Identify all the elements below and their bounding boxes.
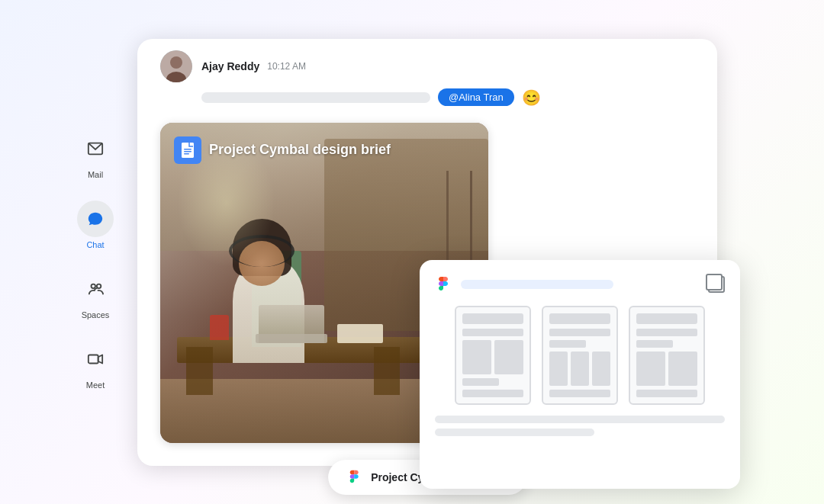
meet-icon (87, 351, 104, 368)
spaces-icon (87, 281, 104, 297)
figma-logo-icon (435, 275, 453, 294)
chat-label: Chat (86, 240, 104, 249)
avatar (160, 50, 192, 82)
spaces-icon-wrap (77, 271, 114, 307)
figma-preview-card[interactable] (420, 260, 740, 489)
sidebar-item-chat[interactable]: Chat (77, 201, 114, 249)
figma-label-logo-icon (346, 469, 363, 486)
svg-rect-11 (184, 153, 189, 155)
emoji: 😊 (522, 88, 541, 107)
wf-header-3 (636, 313, 697, 324)
wf-col-2 (494, 340, 523, 374)
figma-url-bar (461, 280, 613, 289)
wf-header-2 (549, 313, 610, 324)
spaces-label: Spaces (82, 310, 110, 319)
wf-header-1 (462, 313, 523, 324)
svg-rect-8 (182, 143, 194, 158)
svg-point-5 (170, 56, 182, 69)
svg-rect-9 (184, 149, 192, 150)
wf-row-8 (636, 340, 673, 348)
figma-bottom-lines (435, 416, 725, 436)
wf-split-3 (636, 352, 697, 386)
wf-body-2 (549, 329, 610, 397)
mug (210, 315, 230, 341)
message-text-bar (201, 92, 430, 103)
mail-icon-wrap (77, 130, 114, 167)
svg-rect-3 (89, 355, 98, 363)
wf-split-2 (549, 352, 610, 386)
chat-icon-wrap (77, 201, 114, 237)
wf-col-1 (462, 340, 491, 374)
fbl-row-2 (435, 429, 594, 436)
wf-col-5 (592, 352, 610, 386)
wireframe-item-2 (542, 306, 618, 405)
wf-split-1 (462, 340, 523, 374)
timestamp: 10:12 AM (267, 61, 306, 72)
wireframe-grid (435, 306, 725, 405)
chat-header: Ajay Reddy 10:12 AM (160, 50, 306, 82)
doc-title-text: Project Cymbal design brief (209, 142, 391, 158)
wireframe-item-3 (629, 306, 705, 405)
wf-col-7 (668, 352, 697, 386)
meet-label: Meet (86, 380, 105, 390)
figma-card-header (435, 275, 725, 294)
doc-title-bar: Project Cymbal design brief (174, 136, 475, 164)
wf-row-7 (636, 329, 697, 336)
sidebar-item-mail[interactable]: Mail (77, 130, 114, 179)
mail-icon (87, 140, 104, 157)
chat-meta: Ajay Reddy 10:12 AM (201, 60, 306, 72)
avatar-image (160, 50, 192, 82)
chat-icon (87, 210, 104, 227)
google-docs-icon-bg (174, 136, 201, 164)
wf-row-1 (462, 329, 523, 336)
figma-header-left (435, 275, 613, 294)
svg-rect-10 (184, 151, 192, 152)
wf-row-9 (636, 390, 697, 397)
wf-row-6 (549, 390, 610, 397)
wf-row-5 (549, 340, 586, 348)
sender-name: Ajay Reddy (201, 60, 259, 72)
table-leg-2 (374, 347, 400, 395)
mention-tag[interactable]: @Alina Tran (438, 88, 514, 106)
wf-row-3 (462, 390, 523, 397)
wf-col-3 (549, 352, 568, 386)
notebook (337, 324, 383, 343)
wf-body-3 (636, 329, 697, 397)
wf-row-2 (462, 378, 499, 386)
google-docs-icon (179, 142, 196, 159)
wireframe-item-1 (455, 306, 531, 405)
svg-point-1 (92, 284, 96, 288)
fbl-row-1 (435, 416, 725, 423)
scene-container: Mail Chat Spaces (69, 24, 755, 481)
wf-body-1 (462, 329, 523, 397)
sidebar-item-spaces[interactable]: Spaces (77, 271, 114, 319)
sidebar-item-meet[interactable]: Meet (77, 341, 114, 390)
wf-col-4 (571, 352, 589, 386)
svg-point-2 (97, 284, 101, 288)
mail-label: Mail (88, 170, 103, 179)
copy-icon[interactable] (708, 276, 725, 293)
meet-icon-wrap (77, 341, 114, 377)
message-row: @Alina Tran 😊 (201, 88, 541, 107)
table-leg-1 (186, 347, 212, 395)
wf-row-4 (549, 329, 610, 336)
main-card: Ajay Reddy 10:12 AM @Alina Tran 😊 (137, 39, 717, 466)
wf-col-6 (636, 352, 665, 386)
laptop-base (256, 334, 328, 344)
sidebar: Mail Chat Spaces (69, 24, 122, 481)
